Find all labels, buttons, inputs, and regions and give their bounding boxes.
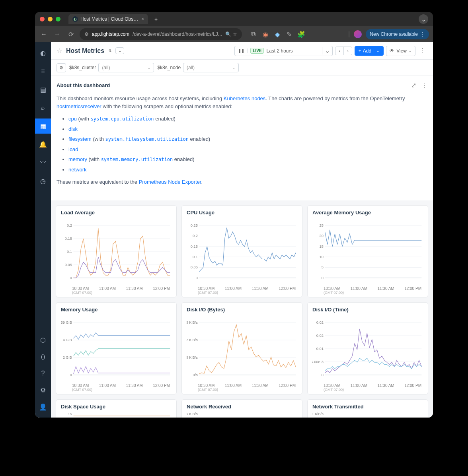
sidenav-gear-icon[interactable]: ⚙ xyxy=(35,383,51,398)
bookmark-icon[interactable]: ☆ xyxy=(233,31,237,37)
chart-plot: 00.050.10.150.2 xyxy=(61,218,172,286)
favorite-star-icon[interactable]: ☆ xyxy=(57,47,62,54)
sidenav-doc-icon[interactable]: ▤ xyxy=(35,82,51,97)
link-network[interactable]: network xyxy=(68,167,87,173)
chart-plot: 0510152025 xyxy=(312,218,423,286)
window-minimize-icon[interactable] xyxy=(48,17,53,21)
expand-icon[interactable]: ⤢ xyxy=(411,82,416,89)
link-cpu[interactable]: cpu xyxy=(68,116,77,122)
filter-cluster-select[interactable]: (all) ⌄ xyxy=(98,63,154,72)
svg-text:0.05: 0.05 xyxy=(191,265,198,269)
link-hostmetricsreceiver[interactable]: hostmetricsreceiver xyxy=(57,103,101,109)
link-load[interactable]: load xyxy=(68,146,78,152)
sidenav-dashboard-icon[interactable]: ▦ xyxy=(35,119,51,134)
url-input[interactable]: ⚙ app.lightstep.com /dev-a-devrel/dashbo… xyxy=(80,28,242,40)
chart-title: Load Average xyxy=(61,210,172,216)
sidenav-logo-icon[interactable]: ◐ xyxy=(35,45,51,60)
window-close-icon[interactable] xyxy=(40,17,45,21)
time-prev-button[interactable]: ‹ xyxy=(335,47,344,55)
extensions-icon[interactable]: 🧩 xyxy=(298,31,305,38)
link-prometheus[interactable]: Prometheus Node Exporter xyxy=(139,179,201,185)
tab-favicon-icon: ◐ xyxy=(72,16,78,22)
chart-panel[interactable]: Average Memory Usage051015202510:30 AM11… xyxy=(307,205,428,297)
chart-panel[interactable]: Disk I/O (Time)05.00e-30.010.020.0210:30… xyxy=(307,302,428,394)
chart-plot: 02 GiB4 GiB5.59 GiB xyxy=(61,315,172,383)
chart-panel[interactable]: Memory Usage02 GiB4 GiB5.59 GiB10:30 AM1… xyxy=(56,302,177,394)
new-tab-button[interactable]: + xyxy=(154,16,158,22)
title-sort-icon[interactable]: ⇅ xyxy=(108,49,111,53)
address-bar: ← → ⟳ ⚙ app.lightstep.com /dev-a-devrel/… xyxy=(35,26,433,42)
chart-plot: 05.00e-30.010.020.02 xyxy=(312,315,423,383)
tab-close-icon[interactable]: × xyxy=(141,16,144,22)
chevron-down-icon: ⌄ xyxy=(232,66,235,70)
extension-icon[interactable]: ◉ xyxy=(262,31,269,38)
extension-icon[interactable]: ⧉ xyxy=(250,31,257,38)
chart-timezone: (GMT-07:00) xyxy=(61,388,172,392)
sidenav-clock-icon[interactable]: ◷ xyxy=(35,173,51,188)
window-maximize-icon[interactable] xyxy=(56,17,60,21)
sidenav-help-icon[interactable]: ? xyxy=(35,366,51,381)
extension-icon[interactable]: ◆ xyxy=(274,31,281,38)
chart-panel[interactable]: Disk I/O (Bytes)0/s48.8 KiB/s97.7 KiB/s1… xyxy=(181,302,302,394)
link-disk[interactable]: disk xyxy=(68,126,78,132)
view-button[interactable]: 👁 View ⌄ xyxy=(386,46,415,56)
link-k8s-nodes[interactable]: Kubernetes nodes xyxy=(224,95,266,101)
header-kebab-icon[interactable]: ⋮ xyxy=(418,45,427,56)
add-button[interactable]: + Add ⌄ xyxy=(355,46,384,56)
page-title: Host Metrics xyxy=(66,47,104,54)
sidenav-list-icon[interactable]: ≡ xyxy=(35,64,51,79)
svg-text:5.59 GiB: 5.59 GiB xyxy=(61,320,72,324)
sidenav-code-icon[interactable]: ⟨⟩ xyxy=(35,349,51,364)
filter-node-select[interactable]: (all) ⌄ xyxy=(183,63,239,72)
chart-panel[interactable]: CPU Usage00.050.10.150.20.2510:30 AM11:0… xyxy=(181,205,302,297)
svg-text:0.15: 0.15 xyxy=(191,244,198,248)
zoom-icon[interactable]: 🔍 xyxy=(225,31,231,37)
filter-node-value: (all) xyxy=(187,65,195,70)
svg-text:0: 0 xyxy=(322,276,324,280)
site-settings-icon[interactable]: ⚙ xyxy=(84,31,89,37)
nav-forward-icon[interactable]: → xyxy=(53,29,62,39)
svg-text:20: 20 xyxy=(320,234,324,238)
sidenav-cube-icon[interactable]: ⬡ xyxy=(35,332,51,348)
sidenav-search-icon[interactable]: ⌕ xyxy=(35,100,51,115)
svg-text:146 KiB/s: 146 KiB/s xyxy=(187,320,198,324)
pause-icon[interactable]: ❚❚ xyxy=(235,49,248,53)
nav-back-icon[interactable]: ← xyxy=(39,29,49,39)
svg-text:5.00e-3: 5.00e-3 xyxy=(312,359,324,363)
svg-text:0.25: 0.25 xyxy=(191,223,198,227)
sidenav-user-icon[interactable]: 👤 xyxy=(35,399,51,414)
chart-panel[interactable]: Network Transmitted3.91 KiB/s xyxy=(307,399,428,418)
extension-icon[interactable]: ✎ xyxy=(286,31,293,38)
svg-text:10: 10 xyxy=(320,255,324,258)
svg-text:0.02: 0.02 xyxy=(316,320,324,324)
chart-x-axis: 10:30 AM11:00 AM11:30 AM12:00 PM xyxy=(187,286,297,291)
sidenav-bell-icon[interactable]: 🔔 xyxy=(35,137,51,152)
filter-node-label: $k8s_node xyxy=(157,65,181,70)
svg-text:48.8 KiB/s: 48.8 KiB/s xyxy=(187,355,198,359)
window-menu-icon[interactable]: ⌄ xyxy=(419,14,428,24)
filter-bar: ⚙ $k8s_cluster (all) ⌄ $k8s_node (all) ⌄ xyxy=(51,60,433,76)
title-dropdown-button[interactable]: ⌄ xyxy=(115,47,124,54)
profile-avatar[interactable] xyxy=(354,30,362,38)
chrome-update-button[interactable]: New Chrome available ⋮ xyxy=(366,29,429,39)
filter-settings-icon[interactable]: ⚙ xyxy=(57,63,66,72)
svg-text:0: 0 xyxy=(70,276,72,280)
link-memory[interactable]: memory xyxy=(68,156,87,162)
chart-plot: 5.86 KiB/s xyxy=(187,412,297,418)
kebab-icon: ⋮ xyxy=(420,31,425,37)
chart-panel[interactable]: Disk Space Usage15 xyxy=(56,399,177,418)
chart-x-axis: 10:30 AM11:00 AM11:30 AM12:00 PM xyxy=(312,286,423,291)
svg-text:5: 5 xyxy=(322,265,324,269)
link-filesystem[interactable]: filesystem xyxy=(68,136,92,142)
sidenav-pulse-icon[interactable]: 〰 xyxy=(35,155,51,170)
chart-panel[interactable]: Load Average00.050.10.150.210:30 AM11:00… xyxy=(56,205,177,297)
chart-plot: 3.91 KiB/s xyxy=(312,412,423,418)
chart-panel[interactable]: Network Received5.86 KiB/s xyxy=(181,399,302,418)
time-next-button[interactable]: › xyxy=(344,47,352,55)
kebab-icon[interactable]: ⋮ xyxy=(421,82,427,89)
nav-reload-icon[interactable]: ⟳ xyxy=(66,29,76,39)
time-range-selector[interactable]: ❚❚ LIVE Last 2 hours ⌄ xyxy=(234,46,333,56)
url-path: /dev-a-devrel/dashboard/host-metrics/LJ.… xyxy=(133,31,222,37)
browser-tab[interactable]: ◐ Host Metrics | Cloud Observa × xyxy=(68,14,148,24)
page-header: ☆ Host Metrics ⇅ ⌄ ❚❚ LIVE Last 2 hours … xyxy=(51,42,433,60)
